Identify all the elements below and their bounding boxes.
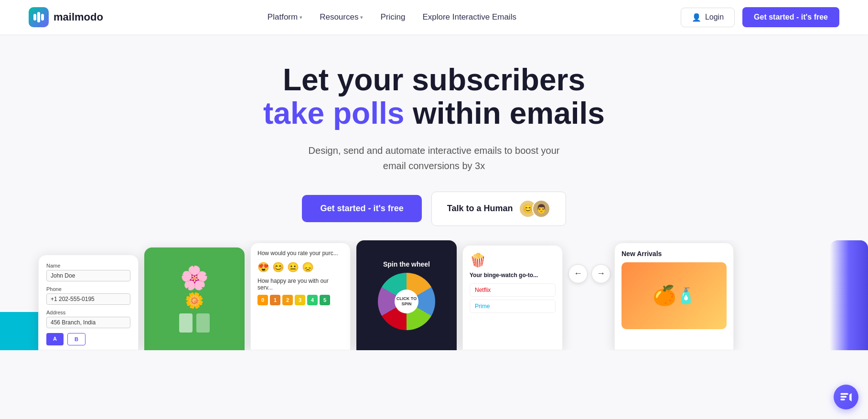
arrivals-product-image: 🍊 🧴 — [622, 262, 727, 329]
card-form-button-b[interactable]: B — [67, 333, 86, 345]
logo[interactable]: mailmodo — [29, 7, 103, 27]
binge-option-prime[interactable]: Prime — [470, 300, 556, 313]
spin-wheel-graphic[interactable]: CLICK TO SPIN — [378, 273, 435, 330]
nav-interactive-emails[interactable]: Explore Interactive Emails — [422, 12, 516, 22]
hero-cta-button[interactable]: Get started - it's free — [302, 195, 421, 222]
right-gradient-accent — [830, 240, 868, 350]
hero-section: Let your subscribers take polls within e… — [0, 34, 868, 240]
chevron-down-icon: ▾ — [300, 14, 302, 21]
chat-bubble-button[interactable] — [834, 385, 858, 409]
card-binge-watch: 🍿 Your binge-watch go-to... Netflix Prim… — [462, 245, 563, 350]
cards-strip: Name John Doe Phone +1 202-555-0195 Addr… — [0, 240, 868, 350]
nav-resources[interactable]: Resources ▾ — [320, 12, 363, 22]
form-address-field: Address 456 Branch, India — [46, 310, 130, 328]
cards-next-button[interactable]: → — [591, 264, 611, 283]
svg-rect-1 — [37, 12, 40, 22]
svg-rect-2 — [41, 14, 44, 21]
form-address-input[interactable]: 456 Branch, India — [46, 317, 130, 328]
nav-pricing[interactable]: Pricing — [380, 12, 405, 22]
hero-buttons: Get started - it's free Talk to a Human … — [302, 192, 566, 226]
svg-rect-4 — [840, 396, 847, 398]
nav-links: Platform ▾ Resources ▾ Pricing Explore I… — [268, 12, 516, 22]
number-rating: 0 1 2 3 4 5 — [257, 295, 343, 305]
card-new-arrivals: New Arrivals 🍊 🧴 — [614, 243, 734, 350]
popcorn-icon: 🍿 — [470, 252, 556, 268]
card-form: Name John Doe Phone +1 202-555-0195 Addr… — [38, 255, 139, 350]
svg-rect-0 — [33, 14, 36, 21]
form-phone-input[interactable]: +1 202-555-0195 — [46, 293, 130, 305]
svg-rect-5 — [840, 399, 845, 401]
form-name-field: Name John Doe — [46, 263, 130, 281]
form-name-input[interactable]: John Doe — [46, 270, 130, 281]
logo-icon — [29, 7, 49, 27]
navbar: mailmodo Platform ▾ Resources ▾ Pricing … — [0, 0, 868, 34]
nav-cta-button[interactable]: Get started - it's free — [742, 7, 839, 27]
nav-actions: 👤 Login Get started - it's free — [681, 7, 839, 27]
emoji-rating: 😍 😊 😐 😞 — [257, 261, 343, 273]
spin-cta-label[interactable]: CLICK TO SPIN — [395, 290, 418, 313]
chevron-down-icon: ▾ — [360, 14, 363, 21]
svg-rect-3 — [840, 393, 848, 395]
brand-name: mailmodo — [54, 11, 103, 23]
talk-to-human-button[interactable]: Talk to a Human 😊 👨 — [431, 192, 566, 226]
team-avatars: 😊 👨 — [519, 200, 550, 218]
card-product: 🌸 🌼 — [144, 247, 245, 350]
binge-option-netflix[interactable]: Netflix — [470, 283, 556, 297]
form-phone-field: Phone +1 202-555-0195 — [46, 286, 130, 305]
login-button[interactable]: 👤 Login — [681, 8, 735, 27]
cards-prev-button[interactable]: ← — [568, 264, 588, 283]
card-spin-wheel: Spin the wheel CLICK TO SPIN — [356, 240, 457, 350]
card-survey: How would you rate your purc... 😍 😊 😐 😞 … — [250, 243, 351, 350]
hero-title: Let your subscribers take polls within e… — [263, 63, 605, 130]
hero-subtitle: Design, send and automate interactive em… — [305, 143, 563, 173]
card-form-button-a[interactable]: A — [46, 333, 64, 345]
nav-platform[interactable]: Platform ▾ — [268, 12, 302, 22]
avatar-2: 👨 — [532, 200, 550, 218]
user-icon: 👤 — [692, 13, 701, 22]
